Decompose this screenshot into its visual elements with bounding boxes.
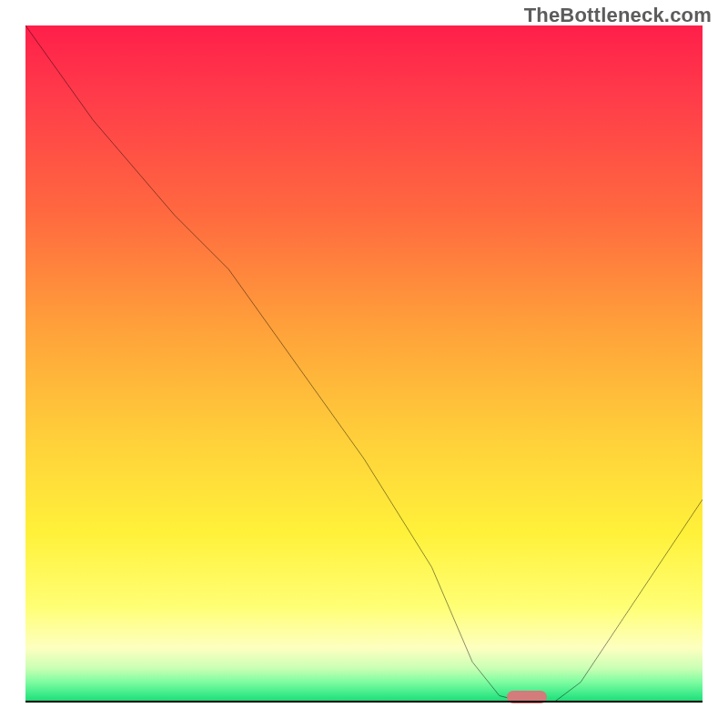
chart-container: TheBottleneck.com bbox=[0, 0, 728, 728]
x-axis bbox=[25, 701, 703, 703]
watermark-text: TheBottleneck.com bbox=[524, 4, 712, 27]
bottleneck-curve bbox=[25, 25, 703, 703]
plot-frame bbox=[25, 25, 703, 703]
